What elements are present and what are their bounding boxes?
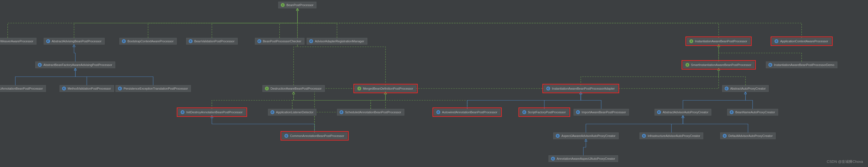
node-AbstractBeanFactoryAwareAdvisingPostProcessor[interactable]: CAbstractBeanFactoryAwareAdvisingPostPro… — [35, 62, 115, 68]
edge — [544, 92, 581, 109]
node-InstantiationAwareBeanPostProcessor[interactable]: IInstantiationAwareBeanPostProcessor — [687, 38, 750, 44]
node-DestructionAwareBeanPostProcessor[interactable]: IDestructionAwareBeanPostProcessor — [262, 85, 325, 92]
edge — [298, 8, 337, 38]
node-MethodValidationPostProcessor[interactable]: CMethodValidationPostProcessor — [60, 85, 114, 92]
node-label: InstantiationAwareBeanPostProcessor — [695, 39, 747, 43]
node-MergedBeanDefinitionPostProcessor[interactable]: IMergedBeanDefinitionPostProcessor — [355, 85, 416, 92]
edge-layer — [0, 0, 868, 167]
node-label: AutowiredAnnotationBeanPostProcessor — [442, 110, 497, 114]
edge — [293, 8, 298, 85]
node-label: DestructionAwareBeanPostProcessor — [271, 87, 322, 90]
class-icon: C — [642, 134, 646, 138]
node-label: AbstractAdvisorAutoProxyCreator — [662, 110, 708, 114]
node-ApplicationListenerDetector[interactable]: CApplicationListenerDetector — [268, 109, 317, 115]
edge — [298, 8, 385, 85]
node-label: CommonAnnotationBeanPostProcessor — [290, 134, 344, 137]
node-label: AbstractAutoProxyCreator — [730, 87, 766, 90]
class-icon: C — [257, 39, 261, 43]
node-ImportAwareBeanPostProcessor[interactable]: CImportAwareBeanPostProcessor — [574, 109, 629, 115]
node-AutowiredAnnotationBeanPostProcessor[interactable]: CAutowiredAnnotationBeanPostProcessor — [434, 109, 500, 115]
interface-icon: I — [281, 3, 285, 7]
node-label: SmartInstantiationAwareBeanPostProcessor — [691, 63, 751, 67]
node-InstantiationAwareBeanPostProcessorDemo[interactable]: CInstantiationAwareBeanPostProcessorDemo — [766, 62, 837, 68]
class-icon: C — [522, 110, 526, 114]
node-InitDestroyAnnotationBeanPostProcessor[interactable]: CInitDestroyAnnotationBeanPostProcessor — [178, 109, 245, 115]
class-icon: C — [118, 87, 122, 91]
node-label: BeanNameAutoProxyCreator — [735, 110, 775, 114]
node-CommonAnnotationBeanPostProcessor[interactable]: CCommonAnnotationBeanPostProcessor — [282, 132, 347, 139]
node-LoadTimeWeaverAwareProcessor[interactable]: CLoadTimeWeaverAwareProcessor — [0, 38, 36, 44]
node-ScriptFactoryPostProcessor[interactable]: CScriptFactoryPostProcessor — [520, 109, 569, 115]
node-label: AdvisorAdapterRegistrationManager — [315, 39, 364, 43]
node-label: MergedBeanDefinitionPostProcessor — [363, 87, 413, 90]
class-icon: C — [556, 134, 560, 138]
node-AspectJAwareAdvisorAutoProxyCreator[interactable]: CAspectJAwareAdvisorAutoProxyCreator — [553, 132, 618, 139]
edge — [586, 115, 683, 132]
node-label: ApplicationContextAwareProcessor — [780, 39, 828, 43]
node-AbstractAdvisingBeanPostProcessor[interactable]: CAbstractAdvisingBeanPostProcessor — [44, 38, 105, 44]
edge — [74, 8, 298, 38]
node-label: BeanPostProcessorChecker — [263, 39, 301, 43]
class-icon: C — [38, 63, 42, 67]
node-InstantiationAwareBeanPostProcessorAdapter[interactable]: CInstantiationAwareBeanPostProcessorAdap… — [544, 85, 618, 92]
class-icon: C — [725, 87, 728, 91]
node-BeanPostProcessor[interactable]: IBeanPostProcessor — [278, 2, 316, 8]
node-InfrastructureAdvisorAutoProxyCreator[interactable]: CInfrastructureAdvisorAutoProxyCreator — [640, 132, 703, 139]
node-label: InitDestroyAnnotationBeanPostProcessor — [186, 110, 242, 114]
node-SmartInstantiationAwareBeanPostProcessor[interactable]: ISmartInstantiationAwareBeanPostProcesso… — [683, 62, 754, 68]
class-icon: C — [723, 134, 726, 138]
class-icon: C — [730, 110, 734, 114]
node-PersistenceExceptionTranslationPostProcessor[interactable]: CPersistenceExceptionTranslationPostProc… — [116, 85, 191, 92]
interface-icon: I — [265, 87, 269, 91]
node-BeanValidationPostProcessor[interactable]: CBeanValidationPostProcessor — [186, 38, 238, 44]
node-BeanNameAutoProxyCreator[interactable]: CBeanNameAutoProxyCreator — [727, 109, 778, 115]
edge — [212, 115, 314, 132]
edge — [371, 92, 385, 109]
node-label: BeanPostProcessor — [286, 3, 313, 7]
edge — [75, 68, 153, 85]
node-label: MethodValidationPostProcessor — [68, 87, 111, 90]
class-icon: C — [271, 110, 274, 114]
node-label: AbstractAdvisingBeanPostProcessor — [52, 39, 101, 43]
node-label: InstantiationAwareBeanPostProcessorAdapt… — [552, 87, 615, 90]
edge — [683, 92, 746, 109]
node-label: ImportAwareBeanPostProcessor — [582, 110, 626, 114]
node-label: AnnotationAwareAspectJAutoProxyCreator — [557, 157, 615, 160]
node-label: LoadTimeWeaverAwareProcessor — [0, 39, 33, 43]
edge — [75, 68, 87, 85]
node-AbstractAdvisorAutoProxyCreator[interactable]: CAbstractAdvisorAutoProxyCreator — [655, 109, 711, 115]
node-label: PersistenceExceptionTranslationPostProce… — [124, 87, 188, 90]
edge — [298, 8, 719, 38]
node-BootstrapContextAwareProcessor[interactable]: CBootstrapContextAwareProcessor — [119, 38, 177, 44]
class-icon: C — [551, 157, 555, 161]
edge — [672, 115, 683, 132]
edge — [718, 44, 802, 62]
node-AbstractAutoProxyCreator[interactable]: CAbstractAutoProxyCreator — [722, 85, 769, 92]
class-icon: C — [546, 87, 550, 91]
edge — [298, 8, 802, 38]
interface-icon: I — [357, 87, 361, 91]
edge — [293, 92, 371, 109]
class-icon: C — [62, 87, 66, 91]
node-AdvisorAdapterRegistrationManager[interactable]: CAdvisorAdapterRegistrationManager — [307, 38, 367, 44]
node-label: ScriptFactoryPostProcessor — [528, 110, 566, 114]
class-icon: C — [768, 63, 772, 67]
class-icon: C — [774, 39, 778, 43]
edge — [746, 92, 753, 109]
interface-icon: I — [689, 39, 693, 43]
edge — [467, 92, 581, 109]
node-AsyncAnnotationBeanPostProcessor[interactable]: CAsyncAnnotationBeanPostProcessor — [0, 85, 46, 92]
node-DefaultAdvisorAutoProxyCreator[interactable]: CDefaultAdvisorAutoProxyCreator — [720, 132, 776, 139]
node-ApplicationContextAwareProcessor[interactable]: CApplicationContextAwareProcessor — [772, 38, 831, 44]
node-label: AsyncAnnotationBeanPostProcessor — [0, 87, 43, 90]
class-icon: C — [46, 39, 50, 43]
class-icon: C — [309, 39, 313, 43]
node-AnnotationAwareAspectJAutoProxyCreator[interactable]: CAnnotationAwareAspectJAutoProxyCreator — [549, 155, 618, 162]
edge — [212, 92, 293, 109]
edge — [8, 8, 298, 38]
node-label: DefaultAdvisorAutoProxyCreator — [728, 134, 773, 137]
node-BeanPostProcessorChecker[interactable]: CBeanPostProcessorChecker — [255, 38, 305, 44]
edge — [581, 68, 718, 85]
node-label: ScheduledAnnotationBeanPostProcessor — [345, 110, 401, 114]
node-ScheduledAnnotationBeanPostProcessor[interactable]: CScheduledAnnotationBeanPostProcessor — [337, 109, 404, 115]
